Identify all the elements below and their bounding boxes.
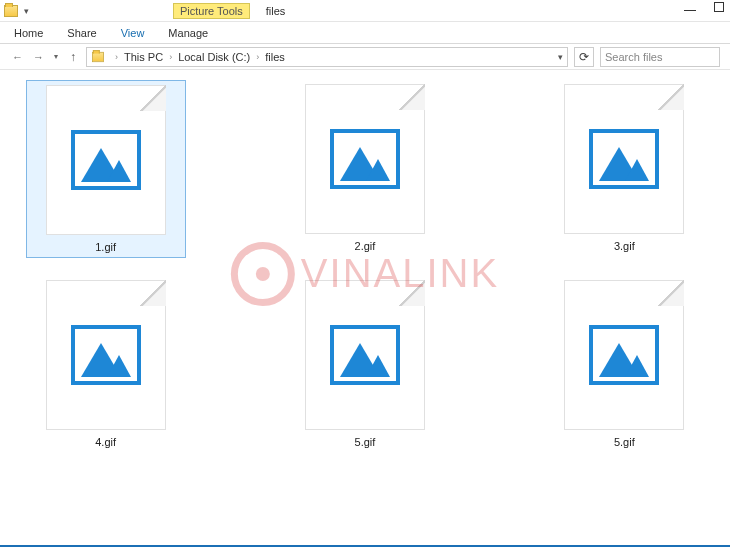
file-thumbnail: [46, 280, 166, 430]
address-dropdown-icon[interactable]: ▾: [558, 52, 563, 62]
file-name-label: 2.gif: [355, 240, 376, 252]
file-thumbnail: [305, 280, 425, 430]
file-thumbnail: [564, 84, 684, 234]
file-item[interactable]: 5.gif: [544, 276, 704, 452]
image-icon: [589, 129, 659, 189]
title-bar: ▾ Picture Tools files: [0, 0, 730, 22]
minimize-button[interactable]: [684, 10, 696, 11]
forward-button[interactable]: →: [31, 51, 46, 63]
maximize-button[interactable]: [714, 2, 724, 12]
file-thumbnail: [305, 84, 425, 234]
file-thumbnail: [564, 280, 684, 430]
file-name-label: 1.gif: [95, 241, 116, 253]
folder-icon: [92, 51, 104, 61]
qat-dropdown-icon[interactable]: ▾: [24, 6, 29, 16]
chevron-right-icon[interactable]: ›: [169, 52, 172, 62]
recent-dropdown-icon[interactable]: ▾: [52, 52, 60, 61]
image-icon: [71, 325, 141, 385]
file-name-label: 3.gif: [614, 240, 635, 252]
file-item[interactable]: 5.gif: [285, 276, 445, 452]
back-button[interactable]: ←: [10, 51, 25, 63]
file-item[interactable]: 4.gif: [26, 276, 186, 452]
file-name-label: 4.gif: [95, 436, 116, 448]
ribbon-tabs: Home Share View Manage: [0, 22, 730, 44]
image-icon: [589, 325, 659, 385]
file-name-label: 5.gif: [355, 436, 376, 448]
ribbon-tab-view[interactable]: View: [121, 27, 145, 39]
search-input[interactable]: Search files: [600, 47, 720, 67]
up-button[interactable]: ↑: [66, 50, 80, 64]
window-title: files: [266, 5, 286, 17]
address-bar[interactable]: › This PC › Local Disk (C:) › files ▾: [86, 47, 568, 67]
refresh-button[interactable]: ⟳: [574, 47, 594, 67]
ribbon-tab-share[interactable]: Share: [67, 27, 96, 39]
file-item[interactable]: 1.gif: [26, 80, 186, 258]
breadcrumb-segment[interactable]: Local Disk (C:): [178, 51, 250, 63]
chevron-right-icon[interactable]: ›: [115, 52, 118, 62]
image-icon: [71, 130, 141, 190]
chevron-right-icon[interactable]: ›: [256, 52, 259, 62]
file-item[interactable]: 2.gif: [285, 80, 445, 258]
image-icon: [330, 129, 400, 189]
image-icon: [330, 325, 400, 385]
contextual-tab-label[interactable]: Picture Tools: [173, 3, 250, 19]
breadcrumb-segment[interactable]: This PC: [124, 51, 163, 63]
address-bar-row: ← → ▾ ↑ › This PC › Local Disk (C:) › fi…: [0, 44, 730, 70]
breadcrumb-segment[interactable]: files: [265, 51, 285, 63]
file-thumbnail: [46, 85, 166, 235]
folder-icon: [4, 5, 18, 17]
file-name-label: 5.gif: [614, 436, 635, 448]
file-item[interactable]: 3.gif: [544, 80, 704, 258]
file-grid: 1.gif2.gif3.gif4.gif5.gif5.gif: [0, 70, 730, 462]
ribbon-tab-manage[interactable]: Manage: [168, 27, 208, 39]
ribbon-tab-home[interactable]: Home: [14, 27, 43, 39]
